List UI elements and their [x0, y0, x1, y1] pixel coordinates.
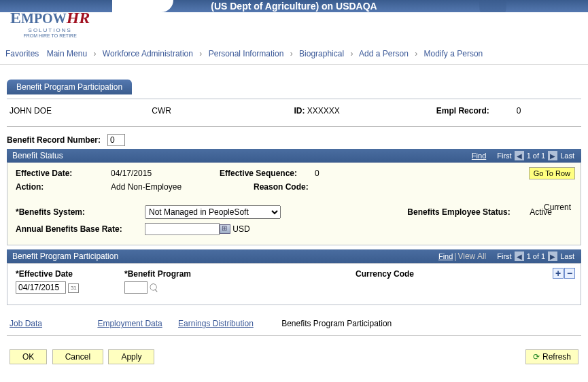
prev-icon[interactable]: ◀: [515, 151, 524, 160]
participation-title: Benefit Program Participation: [12, 251, 118, 261]
eff-seq-value: 0: [315, 169, 319, 178]
current-label: Current: [544, 203, 571, 212]
part-eff-date-input[interactable]: [16, 281, 66, 294]
apply-button[interactable]: Apply: [108, 349, 154, 364]
tab-divider: [7, 99, 581, 99]
calendar-icon[interactable]: 31: [68, 283, 79, 293]
breadcrumb-biographical[interactable]: Biographical: [299, 49, 344, 58]
breadcrumb-sep: ›: [415, 49, 417, 58]
benefits-prog-text: Benefits Program Participation: [281, 319, 392, 328]
part-eff-date-label: *Effective Date: [16, 269, 73, 279]
logo-subtitle: SOLUTIONS: [10, 27, 90, 33]
main-content: Benefit Program Participation JOHN DOE C…: [0, 65, 588, 371]
reason-code-label: Reason Code:: [254, 182, 309, 192]
person-type: CWR: [152, 106, 294, 116]
base-rate-label: Annual Benefits Base Rate:: [16, 224, 145, 234]
action-label: Action:: [16, 182, 111, 192]
employment-data-link[interactable]: Employment Data: [97, 319, 162, 328]
benefit-program-input[interactable]: [124, 281, 148, 294]
logo-text-e: E: [10, 9, 21, 27]
eff-date-value: 04/17/2015: [111, 169, 220, 178]
refresh-icon: ⟳: [533, 352, 540, 362]
eff-date-label: Effective Date:: [16, 169, 111, 178]
nav-page: 1 of 1: [527, 252, 546, 260]
benefit-program-label: *Benefit Program: [124, 269, 191, 279]
benefits-system-select[interactable]: Not Managed in PeopleSoft: [145, 205, 281, 219]
lookup-icon[interactable]: [150, 283, 159, 293]
next-icon[interactable]: ▶: [548, 151, 557, 160]
delete-row-icon[interactable]: −: [564, 268, 575, 279]
benefit-status-header: Benefit Status Find First ◀ 1 of 1 ▶ Las…: [7, 149, 581, 162]
logo-area: EMPOWHR SOLUTIONS FROM HIRE TO RETIRE: [0, 12, 588, 46]
breadcrumb: Favorites Main Menu › Workforce Administ…: [0, 46, 588, 65]
breadcrumb-main-menu[interactable]: Main Menu: [47, 49, 87, 58]
participation-body: +− *Effective Date 31 *Benefit Program C…: [7, 263, 581, 305]
breadcrumb-favorites[interactable]: Favorites: [5, 49, 39, 58]
benefit-record-label: Benefit Record Number:: [7, 135, 101, 145]
nav-page: 1 of 1: [527, 152, 546, 160]
eff-seq-label: Effective Sequence:: [220, 169, 315, 178]
benefit-status-title: Benefit Status: [12, 151, 63, 160]
find-link[interactable]: Find: [472, 152, 486, 160]
person-name: JOHN DOE: [10, 106, 152, 116]
currency-code-label: Currency Code: [356, 269, 414, 279]
tab-bar: Benefit Program Participation: [7, 80, 581, 94]
find-link[interactable]: Find: [438, 252, 453, 260]
participation-controls: Find | View All First ◀ 1 of 1 ▶ Last: [436, 251, 576, 261]
benefits-system-label: *Benefits System:: [16, 207, 145, 217]
person-header: JOHN DOE CWR ID: XXXXXX Empl Record: 0: [7, 103, 581, 122]
logo-text-hr: HR: [67, 9, 90, 27]
add-row-icon[interactable]: +: [553, 268, 564, 279]
emp-status-label: Benefits Employee Status:: [407, 207, 530, 217]
breadcrumb-workforce-admin[interactable]: Workforce Administration: [103, 49, 193, 58]
nav-first-label[interactable]: First: [497, 252, 511, 260]
calculator-icon[interactable]: [220, 224, 230, 234]
nav-first-label[interactable]: First: [497, 152, 511, 160]
next-icon[interactable]: ▶: [548, 251, 557, 261]
divider: [7, 126, 581, 127]
cancel-button[interactable]: Cancel: [52, 349, 103, 364]
benefit-record-input[interactable]: [107, 134, 125, 146]
nav-last-label[interactable]: Last: [560, 252, 574, 260]
benefit-record-row: Benefit Record Number:: [7, 131, 581, 149]
job-data-link[interactable]: Job Data: [10, 319, 42, 328]
banner-curve: [112, 0, 173, 12]
action-buttons: OK Cancel Apply ⟳ Refresh: [7, 349, 581, 364]
refresh-label: Refresh: [542, 352, 571, 362]
go-to-row-button[interactable]: Go To Row: [529, 167, 575, 179]
breadcrumb-sep: ›: [290, 49, 293, 58]
prev-icon[interactable]: ◀: [515, 251, 524, 261]
base-rate-input[interactable]: [145, 223, 220, 235]
view-all-link: View All: [457, 251, 486, 261]
logo-text-mpow: MPOW: [21, 11, 67, 26]
banner-title: (US Dept of Agriculture) on USDAQA: [211, 0, 377, 12]
id-label: ID:: [294, 106, 305, 116]
participation-header: Benefit Program Participation Find | Vie…: [7, 249, 581, 263]
empl-record-label: Empl Record:: [436, 106, 489, 116]
add-remove-controls: +−: [552, 268, 575, 279]
benefit-status-body: Go To Row Effective Date: 04/17/2015 Eff…: [7, 162, 581, 245]
ok-button[interactable]: OK: [10, 349, 47, 364]
id-value: XXXXXX: [307, 106, 340, 116]
logo-tagline: FROM HIRE TO RETIRE: [10, 33, 90, 38]
base-rate-currency: USD: [232, 224, 249, 234]
breadcrumb-modify-person[interactable]: Modify a Person: [424, 49, 483, 58]
nav-last-label[interactable]: Last: [560, 152, 574, 160]
logo: EMPOWHR SOLUTIONS FROM HIRE TO RETIRE: [10, 9, 90, 38]
refresh-button[interactable]: ⟳ Refresh: [525, 349, 578, 364]
breadcrumb-sep: ›: [199, 49, 202, 58]
breadcrumb-sep: ›: [350, 49, 353, 58]
tab-benefit-program[interactable]: Benefit Program Participation: [7, 80, 132, 94]
empl-record-value: 0: [517, 106, 521, 116]
breadcrumb-personal-info[interactable]: Personal Information: [209, 49, 284, 58]
bottom-links: Job Data Employment Data Earnings Distri…: [7, 312, 581, 336]
action-value: Add Non-Employee: [111, 182, 220, 192]
breadcrumb-sep: ›: [93, 49, 96, 58]
breadcrumb-add-person[interactable]: Add a Person: [359, 49, 409, 58]
benefit-status-controls: Find First ◀ 1 of 1 ▶ Last: [469, 151, 576, 160]
earnings-dist-link[interactable]: Earnings Distribution: [178, 319, 254, 328]
